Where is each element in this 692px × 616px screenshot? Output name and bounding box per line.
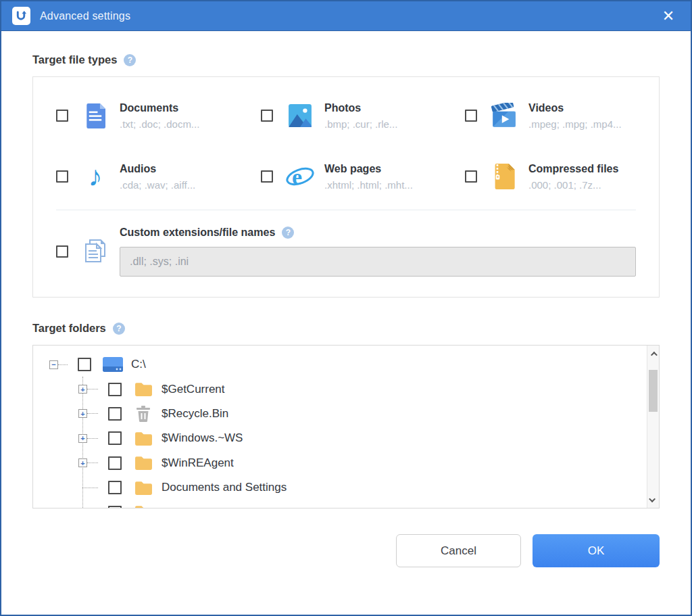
- file-type-web-pages[interactable]: e Web pages .xhtml; .html; .mht...: [261, 146, 465, 207]
- tree-scrollbar[interactable]: [647, 346, 659, 508]
- documents-and-settings-checkbox[interactable]: [108, 481, 122, 494]
- file-type-photos[interactable]: Photos .bmp; .cur; .rle...: [261, 85, 465, 146]
- folder-tree: − C:\ +: [33, 346, 647, 508]
- documents-extensions: .txt; .doc; .docm...: [120, 118, 199, 130]
- titlebar: Advanced settings ✕: [1, 1, 691, 31]
- tree-row-recycle-bin[interactable]: + $Recycle.Bin: [33, 402, 647, 426]
- videos-label: Videos: [528, 102, 622, 114]
- tree-label: Documents and Settings: [162, 481, 287, 494]
- folder-tree-panel: − C:\ +: [32, 345, 660, 508]
- recycle-bin-checkbox[interactable]: [108, 407, 122, 421]
- webpage-icon: e: [285, 164, 315, 189]
- photos-label: Photos: [324, 102, 397, 114]
- target-folders-help-icon[interactable]: ?: [113, 323, 125, 335]
- tree-label: $Recycle.Bin: [162, 407, 228, 421]
- tree-label: C:\: [131, 358, 146, 371]
- getcurrent-checkbox[interactable]: [108, 383, 122, 396]
- folder-icon: [133, 431, 153, 446]
- compressed-label: Compressed files: [528, 163, 618, 175]
- folder-icon: [133, 481, 153, 495]
- custom-extensions-checkbox[interactable]: [56, 245, 68, 258]
- esd-checkbox[interactable]: [108, 506, 122, 508]
- web-pages-label: Web pages: [324, 163, 413, 175]
- tree-row-winreagent[interactable]: + $WinREAgent: [33, 451, 647, 475]
- folder-icon: [133, 382, 153, 396]
- ok-button[interactable]: OK: [533, 534, 660, 567]
- tree-row-windows-ws[interactable]: + $Windows.~WS: [33, 426, 647, 450]
- tree-row-getcurrent[interactable]: + $GetCurrent: [33, 377, 647, 401]
- file-type-audios[interactable]: ♪ Audios .cda; .wav; .aiff...: [56, 146, 261, 207]
- target-folders-heading-label: Target folders: [32, 322, 106, 335]
- audios-label: Audios: [120, 163, 195, 175]
- audio-icon: ♪: [80, 164, 110, 189]
- scrollbar-thumb[interactable]: [649, 370, 658, 412]
- audios-extensions: .cda; .wav; .aiff...: [120, 179, 195, 191]
- file-types-heading: Target file types ?: [32, 53, 660, 66]
- custom-extensions-help-icon[interactable]: ?: [282, 227, 294, 239]
- folder-icon: [133, 505, 153, 508]
- drive-icon: [103, 357, 123, 372]
- button-bar: Cancel OK: [32, 534, 660, 567]
- windows-ws-checkbox[interactable]: [108, 431, 122, 445]
- videos-extensions: .mpeg; .mpg; .mp4...: [528, 118, 622, 130]
- photos-checkbox[interactable]: [261, 110, 273, 122]
- file-types-help-icon[interactable]: ?: [124, 54, 136, 66]
- close-icon[interactable]: ✕: [657, 5, 680, 28]
- custom-files-icon: [79, 236, 110, 277]
- tree-row-esd[interactable]: ESD: [33, 500, 647, 508]
- custom-extensions-row: Custom extensions/file names ?: [56, 210, 636, 297]
- target-folders-heading: Target folders ?: [32, 322, 660, 335]
- recycle-bin-icon: [133, 406, 153, 422]
- audios-checkbox[interactable]: [56, 170, 68, 183]
- app-logo-icon: [12, 7, 30, 25]
- scroll-down-icon[interactable]: [647, 493, 659, 506]
- advanced-settings-dialog: Advanced settings ✕ Target file types ?: [0, 0, 692, 616]
- custom-extensions-label: Custom extensions/file names: [120, 227, 275, 239]
- expand-icon[interactable]: +: [78, 434, 87, 443]
- c-drive-checkbox[interactable]: [78, 358, 91, 371]
- scroll-up-icon[interactable]: [647, 347, 659, 360]
- tree-label: $WinREAgent: [162, 456, 234, 470]
- file-types-panel: Documents .txt; .doc; .docm...: [32, 76, 660, 298]
- custom-extensions-input[interactable]: [120, 247, 636, 277]
- zip-icon: [489, 164, 519, 189]
- expand-icon[interactable]: +: [78, 458, 87, 467]
- collapse-icon[interactable]: −: [49, 360, 58, 369]
- file-type-compressed[interactable]: Compressed files .000; .001; .7z...: [465, 146, 636, 207]
- document-icon: [80, 103, 110, 128]
- videos-checkbox[interactable]: [465, 110, 477, 122]
- dialog-title: Advanced settings: [40, 10, 130, 22]
- tree-label: ESD: [162, 506, 185, 508]
- expand-icon[interactable]: +: [78, 409, 87, 418]
- tree-label: $Windows.~WS: [162, 431, 243, 445]
- photo-icon: [285, 103, 315, 128]
- file-type-videos[interactable]: Videos .mpeg; .mpg; .mp4...: [465, 85, 636, 146]
- cancel-button[interactable]: Cancel: [396, 534, 521, 567]
- svg-text:e: e: [292, 164, 302, 189]
- expand-icon[interactable]: +: [78, 385, 87, 394]
- file-types-heading-label: Target file types: [32, 53, 117, 66]
- winreagent-checkbox[interactable]: [108, 456, 122, 470]
- documents-checkbox[interactable]: [56, 110, 68, 122]
- compressed-extensions: .000; .001; .7z...: [528, 179, 618, 191]
- tree-row-c-drive[interactable]: − C:\: [33, 352, 647, 377]
- documents-label: Documents: [120, 102, 199, 114]
- file-type-documents[interactable]: Documents .txt; .doc; .docm...: [56, 85, 261, 146]
- compressed-checkbox[interactable]: [465, 170, 477, 183]
- web-pages-extensions: .xhtml; .html; .mht...: [324, 179, 413, 191]
- video-icon: [489, 103, 519, 128]
- tree-label: $GetCurrent: [162, 383, 225, 396]
- folder-icon: [133, 456, 153, 470]
- photos-extensions: .bmp; .cur; .rle...: [324, 118, 397, 130]
- web-pages-checkbox[interactable]: [261, 170, 273, 183]
- tree-row-documents-and-settings[interactable]: Documents and Settings: [33, 475, 647, 500]
